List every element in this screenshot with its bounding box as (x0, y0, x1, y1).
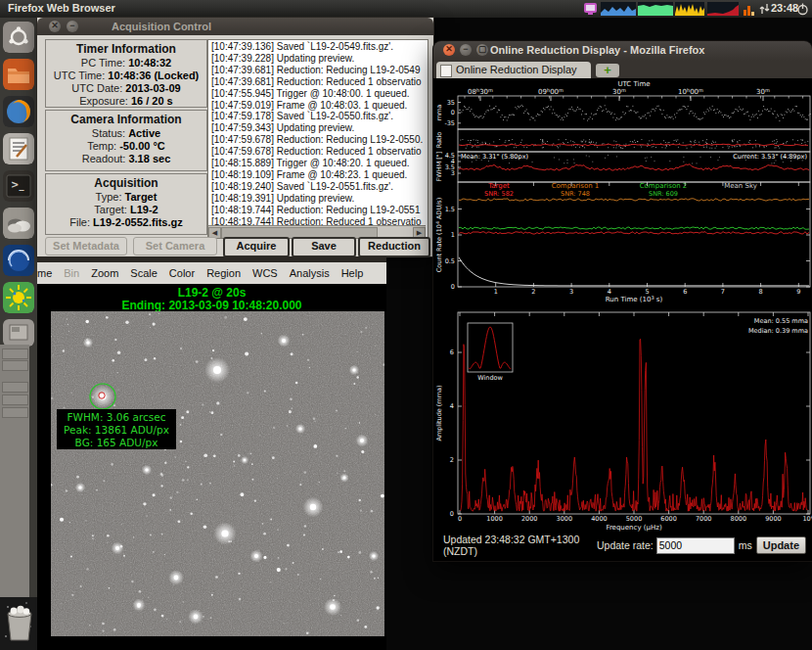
ds9-icon[interactable] (3, 282, 34, 313)
svg-text:0: 0 (451, 283, 455, 291)
ds9-menu-analysis[interactable]: Analysis (290, 267, 330, 279)
network-arrows-icon[interactable] (759, 2, 770, 16)
svg-text:1.5: 1.5 (445, 206, 455, 213)
svg-text:9000: 9000 (765, 515, 782, 523)
acquisition-titlebar[interactable]: ✕ − Acquisition Control (37, 18, 433, 35)
svg-text:9: 9 (796, 288, 800, 296)
svg-text:Mean Sky: Mean Sky (724, 182, 757, 190)
log-line: [10:47:55.945] Trigger @ 10:48:00. 1 que… (211, 88, 429, 100)
svg-text:0.5: 0.5 (445, 257, 455, 265)
svg-text:mma: mma (435, 105, 443, 121)
panel-title: Acquisition (46, 176, 206, 190)
tab-label: Online Reduction Display (456, 62, 577, 78)
svg-text:Peak: 13861 ADU/px: Peak: 13861 ADU/px (64, 424, 169, 436)
clock[interactable]: 23:48 (771, 2, 798, 14)
log-lines: [10:47:39.136] Saved `L19-2-0549.fits.gz… (211, 41, 429, 228)
minimize-icon[interactable]: − (460, 44, 472, 56)
log-line: [10:47:59.019] Frame @ 10:48:03. 1 queue… (211, 100, 429, 112)
svg-text:7: 7 (721, 288, 725, 296)
weather-icon[interactable] (3, 208, 34, 239)
panel-title: Camera Information (46, 113, 206, 126)
firefox-content: UTC Time08h30m09h00m30m10h00m30m350-35mm… (433, 78, 812, 561)
svg-text:-35: -35 (444, 119, 455, 127)
svg-text:5: 5 (645, 288, 649, 296)
acquire-button[interactable]: Acquire (223, 237, 290, 257)
active-app-title[interactable]: Firefox Web Browser (8, 2, 115, 14)
ds9-image-title: L19-2 @ 20s (37, 286, 386, 300)
ds9-menu-help[interactable]: Help (341, 267, 364, 279)
maximize-icon[interactable]: ▢ (476, 44, 488, 56)
firefox-window: ✕ − ▢ Online Reduction Display - Mozilla… (433, 41, 812, 561)
svg-text:30m: 30m (756, 87, 770, 96)
text-editor-icon[interactable] (3, 133, 34, 164)
update-button[interactable]: Update (756, 536, 806, 554)
svg-text:SNR: 582: SNR: 582 (484, 190, 514, 198)
set-metadata-button: Set Metadata (45, 237, 127, 255)
panel-title: Timer Information (46, 42, 206, 56)
svg-text:0: 0 (450, 510, 454, 518)
update-rate-label: Update rate: (597, 539, 654, 551)
svg-text:FWHM: 3.06 arcsec: FWHM: 3.06 arcsec (68, 411, 166, 423)
svg-text:SNR: 748: SNR: 748 (561, 190, 590, 198)
cpu-graph-icon[interactable] (601, 2, 636, 16)
acquisition-panel: Acquisition Type: TargetTarget: L19-2Fil… (45, 173, 207, 235)
svg-text:08h30m: 08h30m (468, 87, 493, 96)
ds9-menu-color[interactable]: Color (169, 267, 195, 279)
window-title: Acquisition Control (112, 21, 211, 32)
ds9-menu-scale[interactable]: Scale (130, 267, 158, 279)
svg-text:Comparison 1: Comparison 1 (552, 182, 600, 190)
info-row: Temp: -50.00 °C (46, 140, 206, 153)
new-tab-button[interactable]: + (596, 64, 619, 77)
power-icon[interactable] (796, 2, 809, 16)
disk-bars-icon[interactable] (743, 2, 754, 16)
svg-text:Median: 0.39 mma: Median: 0.39 mma (748, 327, 808, 335)
ds9-menu-me[interactable]: me (37, 267, 52, 279)
acquisition-window: ✕ − Acquisition Control Timer Informatio… (37, 18, 433, 256)
ds9-side-panel (0, 345, 29, 597)
image-viewer-icon[interactable] (3, 319, 34, 347)
terminal-icon[interactable]: >_ (3, 170, 34, 202)
svg-text:8: 8 (759, 288, 763, 296)
statusbar: Updated 23:48:32 GMT+1300 (NZDT) Update … (433, 534, 812, 557)
svg-text:4: 4 (450, 402, 454, 410)
svg-text:Ratio: Ratio (435, 132, 443, 149)
reduction-button[interactable]: Reduction (358, 237, 430, 257)
firefox-icon[interactable] (3, 96, 34, 127)
close-icon[interactable]: ✕ (443, 44, 455, 56)
files-icon[interactable] (3, 59, 34, 90)
ds9-menu-zoom[interactable]: Zoom (91, 267, 118, 279)
svg-text:0: 0 (451, 109, 455, 116)
info-row: File: L19-2-0552.fits.gz (46, 216, 206, 229)
starfield-image: FWHM: 3.06 arcsecPeak: 13861 ADU/pxBG: 1… (51, 311, 384, 636)
planetarium-icon[interactable] (3, 245, 34, 276)
svg-text:Amplitude (mma): Amplitude (mma) (435, 385, 443, 441)
close-icon[interactable]: ✕ (49, 21, 61, 32)
load-graph-icon[interactable] (707, 2, 739, 16)
network-graph-icon[interactable] (675, 2, 704, 16)
svg-text:>_: >_ (11, 179, 23, 191)
updated-text: Updated 23:48:32 GMT+1300 (NZDT) (443, 534, 597, 557)
svg-text:35: 35 (447, 99, 455, 107)
tab-online-reduction-display[interactable]: Online Reduction Display (436, 62, 591, 78)
timer-information-panel: Timer Information PC Time: 10:48:32UTC T… (45, 39, 207, 108)
ubuntu-dash-icon[interactable] (3, 22, 34, 53)
ds9-menu-region[interactable]: Region (206, 267, 241, 279)
svg-text:30m: 30m (612, 87, 626, 96)
svg-text:1: 1 (494, 288, 498, 296)
info-row: UTC Time: 10:48:36 (Locked) (46, 70, 206, 82)
firefox-titlebar[interactable]: ✕ − ▢ Online Reduction Display - Mozilla… (433, 41, 812, 61)
log-line: [10:47:39.136] Saved `L19-2-0549.fits.gz… (211, 41, 429, 53)
trash-icon[interactable] (3, 604, 36, 643)
minimize-icon[interactable]: − (67, 21, 78, 32)
firefox-tabbar: Online Reduction Display + (433, 61, 812, 78)
top-menubar: Firefox Web Browser 23:48 (0, 0, 812, 18)
save-button[interactable]: Save (292, 237, 356, 257)
info-row: UTC Date: 2013-03-09 (46, 82, 206, 95)
screen-share-icon[interactable] (583, 2, 598, 16)
log-line: [10:48:19.109] Frame @ 10:48:23. 1 queue… (211, 169, 429, 181)
update-rate-input[interactable] (656, 537, 735, 554)
memory-graph-icon[interactable] (638, 2, 673, 16)
log-view[interactable]: [10:47:39.136] Saved `L19-2-0549.fits.gz… (207, 39, 429, 239)
page-icon (440, 65, 452, 77)
ds9-menu-wcs[interactable]: WCS (252, 267, 278, 279)
